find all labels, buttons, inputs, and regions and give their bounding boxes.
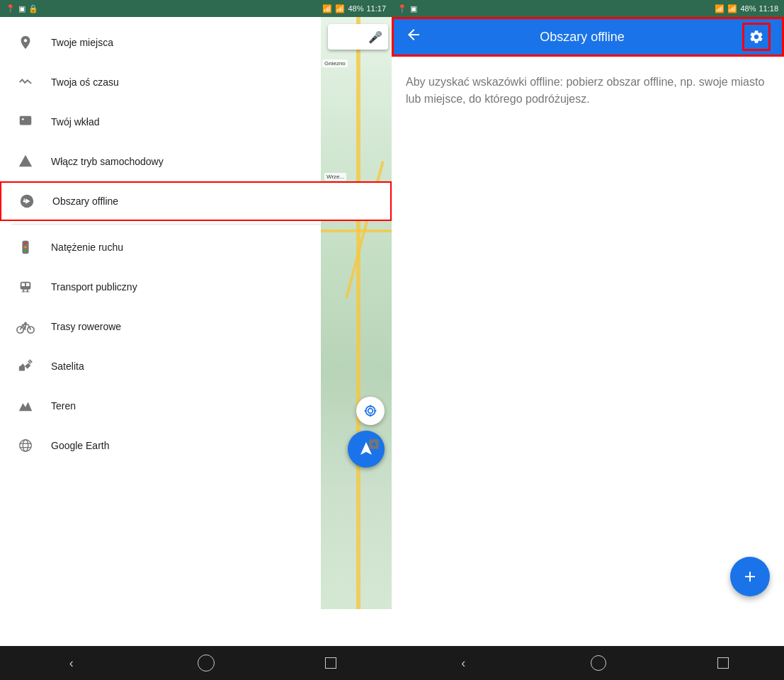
svg-point-16: [24, 250, 27, 253]
transit-label: Transport publiczny: [51, 281, 137, 293]
menu-item-earth[interactable]: Google Earth: [0, 426, 392, 465]
svg-point-7: [22, 118, 24, 120]
bike-icon: [11, 312, 40, 341]
svg-point-14: [24, 242, 27, 245]
terrain-icon: [11, 392, 40, 420]
header-title: Obszary offline: [433, 30, 731, 45]
timeline-icon: [11, 68, 40, 96]
time-right: 11:18: [759, 4, 778, 13]
bike-label: Trasy rowerowe: [51, 321, 121, 332]
sim-icon-right: ▣: [410, 4, 417, 13]
nav-home-left[interactable]: [198, 654, 215, 672]
menu-item-carmode[interactable]: Włącz tryb samochodowy: [0, 142, 392, 181]
nav-back-left[interactable]: ‹: [55, 650, 88, 676]
car-icon: [11, 147, 40, 176]
status-icons-left: 📍 ▣ 🔒: [6, 4, 38, 13]
traffic-label: Natężenie ruchu: [51, 242, 123, 253]
earth-label: Google Earth: [51, 440, 110, 451]
menu-item-timeline[interactable]: Twoja oś czasu: [0, 62, 392, 102]
menu-item-places[interactable]: Twoje miejsca: [0, 23, 392, 62]
back-button[interactable]: [405, 26, 422, 47]
menu-item-traffic[interactable]: Natężenie ruchu: [0, 227, 392, 267]
earth-icon: [11, 431, 40, 460]
content-area: Aby uzyskać wskazówki offline: pobierz o…: [392, 57, 784, 646]
svg-rect-18: [22, 283, 25, 287]
right-panel: 📍 ▣ 📶 📶 48% 11:18 Obszary offline Aby uz…: [392, 0, 784, 680]
status-right-left: 📶 📶 48% 11:17: [322, 4, 386, 13]
transit-icon: [11, 273, 40, 301]
wifi-icon-right: 📶: [715, 4, 725, 13]
nav-bar-left: ‹: [0, 646, 392, 680]
menu-item-transit[interactable]: Transport publiczny: [0, 267, 392, 307]
nav-recents-right[interactable]: [717, 657, 729, 669]
battery-right: 48%: [740, 4, 756, 13]
menu-item-offline[interactable]: Obszary offline: [0, 181, 392, 221]
svg-rect-19: [26, 283, 30, 287]
svg-marker-28: [25, 363, 30, 368]
contribution-icon: [11, 108, 40, 136]
terrain-label: Teren: [51, 400, 76, 412]
time-left: 11:17: [366, 4, 386, 13]
left-panel: 📍 ▣ 🔒 📶 📶 48% 11:17 Gniezno Wrze... 🎤: [0, 0, 392, 680]
satellite-icon: [11, 352, 40, 380]
carmode-label: Włącz tryb samochodowy: [51, 156, 164, 167]
svg-point-32: [20, 440, 32, 452]
description-text: Aby uzyskać wskazówki offline: pobierz o…: [406, 74, 770, 108]
app-header: Obszary offline: [392, 17, 784, 57]
svg-marker-8: [19, 155, 32, 167]
nav-home-right[interactable]: [591, 655, 606, 671]
menu-item-terrain[interactable]: Teren: [0, 386, 392, 426]
menu-item-contribution[interactable]: Twój wkład: [0, 102, 392, 142]
battery-left: 48%: [348, 4, 363, 13]
lock-status-icon: 🔒: [28, 4, 38, 13]
svg-point-25: [24, 322, 27, 325]
svg-point-11: [23, 200, 26, 203]
offline-label: Obszary offline: [52, 196, 118, 207]
settings-button[interactable]: [742, 23, 771, 51]
status-bar-right: 📍 ▣ 📶 📶 48% 11:18: [392, 0, 784, 17]
signal-icon-right: 📶: [727, 4, 737, 13]
pin-icon: [11, 28, 40, 57]
location-status-icon: 📍: [6, 4, 16, 13]
wifi-icon: 📶: [322, 4, 332, 13]
places-label: Twoje miejsca: [51, 37, 113, 48]
contribution-label: Twój wkład: [51, 116, 99, 128]
sim-status-icon: ▣: [18, 4, 25, 13]
timeline-label: Twoja oś czasu: [51, 76, 119, 88]
menu-item-satellite[interactable]: Satelita: [0, 346, 392, 386]
status-right-right: 📶 📶 48% 11:18: [715, 4, 778, 13]
svg-marker-31: [19, 402, 32, 412]
svg-rect-22: [22, 291, 30, 292]
svg-point-33: [23, 440, 28, 452]
nav-recents-left[interactable]: [325, 657, 336, 669]
status-icons-right: 📍 ▣: [397, 4, 417, 13]
signal-icon: 📶: [335, 4, 345, 13]
offline-icon: [13, 187, 41, 215]
menu-item-bike[interactable]: Trasy rowerowe: [0, 307, 392, 346]
nav-back-right[interactable]: ‹: [447, 650, 479, 676]
satellite-label: Satelita: [51, 361, 84, 372]
external-link-icon: [368, 438, 380, 454]
location-icon-right: 📍: [397, 4, 407, 13]
svg-point-15: [24, 246, 27, 249]
nav-bar-right: ‹: [392, 646, 784, 680]
traffic-icon: [11, 233, 40, 261]
status-bar-left: 📍 ▣ 🔒 📶 📶 48% 11:17: [0, 0, 392, 17]
add-area-button[interactable]: [730, 557, 770, 596]
